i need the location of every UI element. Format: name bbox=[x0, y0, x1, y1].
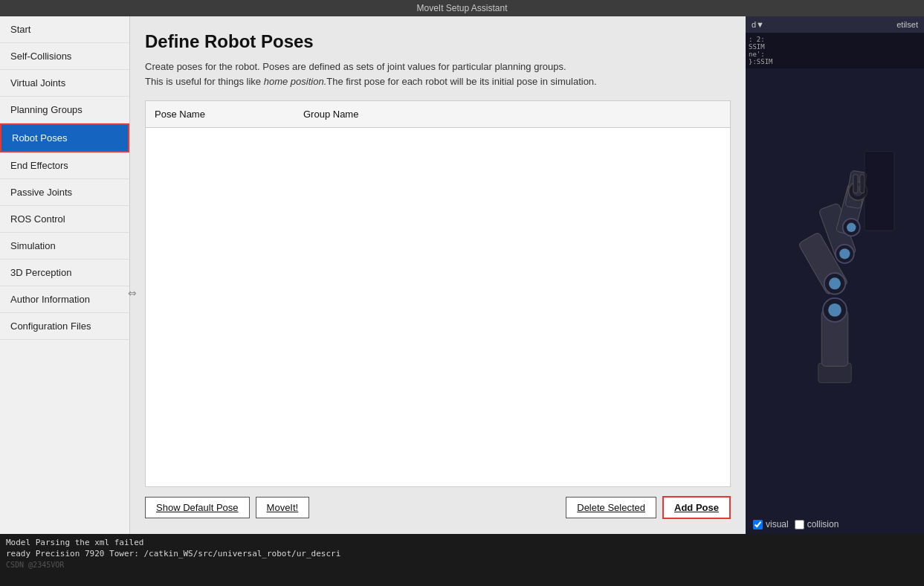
desc-part3: The first pose for each robot will be it… bbox=[326, 76, 596, 87]
right-panel: d▼ etilset bbox=[746, 16, 924, 534]
delete-selected-button[interactable]: Delete Selected bbox=[566, 497, 656, 518]
right-terminal-overlay: : 2: SSIM ne': }:SSIM bbox=[746, 33, 924, 68]
column-group-name: Group Name bbox=[294, 106, 367, 123]
desc-part1: Create poses for the robot. Poses are de… bbox=[145, 61, 566, 72]
sidebar-item-author-information[interactable]: Author Information bbox=[0, 286, 129, 313]
svg-point-4 bbox=[828, 303, 841, 317]
terminal-line-2: ready Precision 7920 Tower: /catkin_WS/s… bbox=[6, 548, 918, 559]
terminal: Model Parsing the xml failed ready Preci… bbox=[0, 534, 924, 586]
sidebar-item-simulation[interactable]: Simulation bbox=[0, 233, 129, 260]
rt-line1: : 2: bbox=[749, 36, 921, 43]
page-title: Define Robot Poses bbox=[145, 31, 731, 52]
desc-italic: home position. bbox=[264, 76, 327, 87]
center-panel: Define Robot Poses Create poses for the … bbox=[130, 16, 746, 534]
svg-point-10 bbox=[839, 248, 850, 259]
resize-handle[interactable]: ⇔ bbox=[130, 16, 135, 534]
sidebar-item-3d-perception[interactable]: 3D Perception bbox=[0, 260, 129, 286]
sidebar: StartSelf-CollisionsVirtual JointsPlanni… bbox=[0, 16, 130, 534]
right-panel-bottom: visual collision bbox=[746, 515, 924, 534]
visual-label: visual bbox=[766, 519, 789, 529]
sidebar-item-end-effectors[interactable]: End Effectors bbox=[0, 152, 129, 179]
title-bar-text: MoveIt Setup Assistant bbox=[416, 3, 507, 13]
add-pose-button[interactable]: Add Pose bbox=[662, 496, 731, 519]
sidebar-item-configuration-files[interactable]: Configuration Files bbox=[0, 313, 129, 340]
description: Create poses for the robot. Poses are de… bbox=[145, 59, 731, 88]
collision-checkbox[interactable] bbox=[795, 520, 804, 529]
desc-part2: This is useful for things like bbox=[145, 76, 264, 87]
rt-line3: ne': bbox=[749, 51, 921, 58]
sidebar-item-self-collisions[interactable]: Self-Collisions bbox=[0, 43, 129, 70]
svg-rect-19 bbox=[865, 152, 894, 231]
watermark: CSDN @2345VOR bbox=[6, 560, 918, 570]
svg-point-13 bbox=[847, 223, 856, 232]
right-panel-top: d▼ etilset bbox=[746, 16, 924, 33]
collision-label: collision bbox=[807, 519, 839, 529]
resize-icon: ⇔ bbox=[128, 287, 137, 299]
sidebar-item-start[interactable]: Start bbox=[0, 16, 129, 43]
rt-line4: }:SSIM bbox=[749, 58, 921, 65]
column-pose-name: Pose Name bbox=[146, 106, 294, 123]
rt-line2: SSIM bbox=[749, 43, 921, 51]
table-header: Pose Name Group Name bbox=[146, 101, 730, 128]
sidebar-item-robot-poses[interactable]: Robot Poses bbox=[0, 123, 129, 152]
svg-rect-17 bbox=[853, 175, 858, 193]
svg-rect-18 bbox=[860, 175, 865, 193]
title-bar: MoveIt Setup Assistant bbox=[0, 0, 924, 16]
collision-checkbox-label[interactable]: collision bbox=[795, 519, 839, 529]
top-label2: etilset bbox=[896, 20, 918, 29]
show-default-pose-button[interactable]: Show Default Pose bbox=[145, 497, 250, 518]
sidebar-item-virtual-joints[interactable]: Virtual Joints bbox=[0, 70, 129, 97]
visual-checkbox-label[interactable]: visual bbox=[753, 519, 789, 529]
table-body bbox=[146, 128, 730, 425]
robot-arm-svg bbox=[760, 125, 909, 422]
sidebar-nav: StartSelf-CollisionsVirtual JointsPlanni… bbox=[0, 16, 129, 340]
svg-point-7 bbox=[829, 277, 841, 289]
visual-checkbox[interactable] bbox=[753, 520, 763, 529]
terminal-line-1: Model Parsing the xml failed bbox=[6, 537, 918, 548]
main-content: StartSelf-CollisionsVirtual JointsPlanni… bbox=[0, 16, 924, 534]
bottom-bar: Show Default Pose MoveIt! Delete Selecte… bbox=[145, 487, 731, 519]
sidebar-item-ros-control[interactable]: ROS Control bbox=[0, 206, 129, 233]
moveit-button[interactable]: MoveIt! bbox=[256, 497, 310, 518]
sidebar-item-planning-groups[interactable]: Planning Groups bbox=[0, 97, 129, 123]
top-label: d▼ bbox=[752, 20, 764, 29]
robot-viewport: : 2: SSIM ne': }:SSIM bbox=[746, 33, 924, 515]
sidebar-item-passive-joints[interactable]: Passive Joints bbox=[0, 179, 129, 206]
poses-table: Pose Name Group Name bbox=[145, 100, 731, 487]
